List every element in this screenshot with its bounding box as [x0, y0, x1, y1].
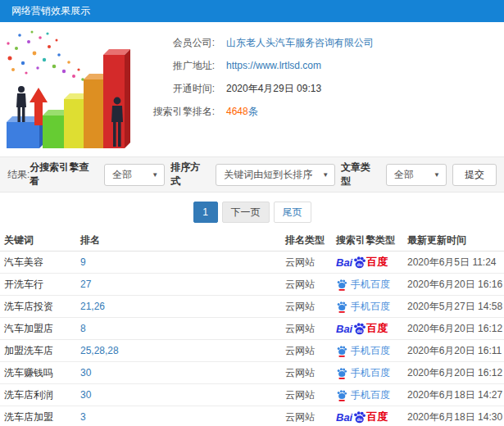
- cell-rank[interactable]: 25,28,28: [80, 345, 285, 356]
- baidu-logo-cn: 百度: [366, 255, 388, 270]
- baidu-paw-icon: du: [352, 410, 366, 424]
- page-header: 网络营销效果展示: [0, 0, 504, 22]
- pagination: 1 下一页 尾页: [0, 202, 504, 223]
- page-button-current[interactable]: 1: [193, 202, 218, 223]
- svg-text:du: du: [357, 328, 362, 333]
- mobile-baidu-paw-icon: [336, 367, 347, 379]
- cell-engine: Bai du 百度: [336, 321, 407, 336]
- cell-rank[interactable]: 21,26: [80, 301, 285, 312]
- baidu-logo: Bai du 百度: [336, 410, 388, 424]
- last-page-button[interactable]: 尾页: [274, 202, 311, 223]
- cell-rank[interactable]: 30: [80, 367, 285, 378]
- info-row-company: 会员公司: 山东老人头汽车服务咨询有限公司: [136, 31, 374, 54]
- table-row: 洗车店利润 30 云网站 Bai du 百度: [0, 384, 504, 406]
- mobile-baidu-label: 手机百度: [351, 344, 390, 358]
- baidu-logo-bai: Bai: [336, 323, 352, 335]
- cell-rank[interactable]: 3: [80, 411, 285, 423]
- info-row-open-time: 开通时间: 2020年4月29日 09:13: [136, 77, 374, 100]
- svg-text:du: du: [357, 261, 362, 266]
- mobile-baidu-logo: 手机百度: [336, 300, 390, 314]
- info-row-url: 推广地址: https://www.lrtlsd.com: [136, 54, 374, 77]
- cell-updated: 2020年6月18日 14:27: [407, 388, 504, 402]
- summary-section: 会员公司: 山东老人头汽车服务咨询有限公司 推广地址: https://www.…: [0, 22, 504, 156]
- company-info: 会员公司: 山东老人头汽车服务咨询有限公司 推广地址: https://www.…: [136, 31, 374, 123]
- cell-rank[interactable]: 27: [80, 279, 285, 290]
- cell-keyword: 汽车美容: [4, 256, 80, 270]
- cell-updated: 2020年6月20日 16:12: [407, 366, 504, 380]
- mobile-baidu-label: 手机百度: [351, 366, 390, 380]
- mobile-baidu-logo: 手机百度: [336, 278, 390, 292]
- col-rank-type: 排名类型: [285, 233, 336, 247]
- info-row-rank-count: 搜索引擎排名: 4648条: [136, 100, 374, 123]
- article-type-select[interactable]: 全部 ▼: [386, 164, 447, 186]
- cell-rank-type: 云网站: [285, 278, 336, 292]
- next-page-button[interactable]: 下一页: [222, 202, 270, 223]
- open-time-label: 开通时间:: [136, 82, 215, 96]
- baidu-logo: Bai du 百度: [336, 321, 388, 336]
- cell-rank-type: 云网站: [285, 366, 336, 380]
- mobile-baidu-paw-icon: [336, 389, 347, 401]
- cell-keyword: 洗车店投资: [4, 300, 80, 314]
- cell-engine: Bai du 百度: [336, 344, 407, 358]
- cell-updated: 2020年6月18日 14:30: [407, 410, 504, 424]
- col-rank: 排名: [80, 233, 285, 247]
- table-row: 洗车店加盟 3 云网站 Bai du 百度: [0, 406, 504, 426]
- cell-updated: 2020年6月20日 16:16: [407, 278, 504, 292]
- table-header-row: 关键词 排名 排名类型 搜索引擎类型 最新更新时间: [0, 230, 504, 252]
- cell-engine: Bai du 百度: [336, 255, 407, 270]
- confetti-dots: [7, 31, 88, 86]
- table-row: 加盟洗车店 25,28,28 云网站 Bai du 百度: [0, 340, 504, 362]
- mobile-baidu-logo: 手机百度: [336, 388, 390, 402]
- cell-engine: Bai du 百度: [336, 278, 407, 292]
- rank-count-number: 4648: [226, 106, 248, 117]
- table-body: 汽车美容 9 云网站 Bai du 百度: [0, 252, 504, 426]
- url-label: 推广地址:: [136, 59, 215, 73]
- cell-updated: 2020年6月20日 16:11: [407, 344, 504, 358]
- mobile-baidu-paw-icon: [336, 345, 347, 357]
- cell-rank-type: 云网站: [285, 344, 336, 358]
- filter-controls: 分搜索引擎查看 全部 ▼ 排序方式 关键词由短到长排序 ▼ 文章类型 全部 ▼ …: [30, 161, 497, 188]
- baidu-paw-icon: du: [352, 256, 366, 270]
- rank-table: 关键词 排名 排名类型 搜索引擎类型 最新更新时间 汽车美容 9 云网站 Bai…: [0, 230, 504, 426]
- cell-rank[interactable]: 9: [80, 256, 285, 268]
- cell-keyword: 洗车店利润: [4, 388, 80, 402]
- sort-select[interactable]: 关键词由短到长排序 ▼: [216, 164, 335, 186]
- cell-engine: Bai du 百度: [336, 410, 407, 424]
- mobile-baidu-label: 手机百度: [351, 388, 390, 402]
- baidu-paw-icon: du: [352, 322, 366, 336]
- bar-chart-illustration: [2, 24, 133, 155]
- table-row: 汽车加盟店 8 云网站 Bai du 百度: [0, 318, 504, 340]
- cell-updated: 2020年5月27日 14:58: [407, 300, 504, 314]
- submit-button[interactable]: 提交: [452, 164, 497, 186]
- cell-rank-type: 云网站: [285, 410, 336, 424]
- table-row: 洗车店投资 21,26 云网站 Bai du 百度: [0, 296, 504, 318]
- engine-select[interactable]: 全部 ▼: [104, 164, 165, 186]
- cell-rank[interactable]: 8: [80, 323, 285, 334]
- mobile-baidu-label: 手机百度: [351, 300, 390, 314]
- open-time-value: 2020年4月29日 09:13: [226, 82, 321, 96]
- cell-keyword: 洗车赚钱吗: [4, 366, 80, 380]
- company-name-link[interactable]: 山东老人头汽车服务咨询有限公司: [226, 36, 374, 50]
- cell-updated: 2020年6月20日 16:12: [407, 322, 504, 336]
- baidu-logo-bai: Bai: [336, 411, 352, 424]
- filter-bar: 结果: 分搜索引擎查看 全部 ▼ 排序方式 关键词由短到长排序 ▼ 文章类型 全…: [0, 156, 504, 193]
- cell-engine: Bai du 百度: [336, 366, 407, 380]
- cell-engine: Bai du 百度: [336, 388, 407, 402]
- table-row: 汽车美容 9 云网站 Bai du 百度: [0, 252, 504, 274]
- mobile-baidu-paw-icon: [336, 301, 347, 313]
- rank-count-unit: 条: [248, 106, 258, 117]
- company-label: 会员公司:: [136, 36, 215, 50]
- cell-rank[interactable]: 30: [80, 389, 285, 401]
- mobile-baidu-label: 手机百度: [351, 278, 390, 292]
- cell-keyword: 加盟洗车店: [4, 344, 80, 358]
- result-label: 结果:: [7, 168, 30, 182]
- rank-count-value: 4648条: [226, 105, 258, 119]
- mobile-baidu-logo: 手机百度: [336, 366, 390, 380]
- cell-rank-type: 云网站: [285, 256, 336, 270]
- mobile-baidu-paw-icon: [336, 279, 347, 291]
- promotion-url-link[interactable]: https://www.lrtlsd.com: [226, 60, 321, 71]
- svg-text:du: du: [357, 416, 362, 421]
- mobile-baidu-logo: 手机百度: [336, 344, 390, 358]
- cell-rank-type: 云网站: [285, 388, 336, 402]
- col-engine-type: 搜索引擎类型: [336, 233, 407, 247]
